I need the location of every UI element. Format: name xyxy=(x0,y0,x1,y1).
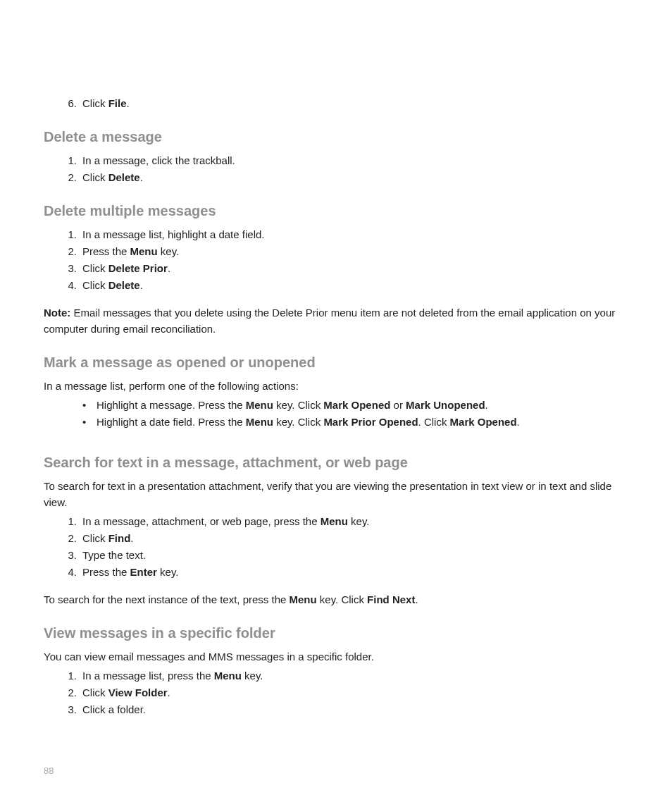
bullet-icon: • xyxy=(82,397,97,414)
bullet-text: Highlight a date field. Press the Menu k… xyxy=(97,414,628,431)
item-text: In a message, click the trackball. xyxy=(82,152,628,169)
list-item: 1. In a message list, highlight a date f… xyxy=(61,226,628,243)
ordered-list: 1. In a message list, highlight a date f… xyxy=(44,226,628,294)
list-item: 1. In a message, click the trackball. xyxy=(61,152,628,169)
intro-text: You can view email messages and MMS mess… xyxy=(44,648,628,665)
intro-text: To search for text in a presentation att… xyxy=(44,478,628,511)
list-item: 3. Type the text. xyxy=(61,547,628,564)
item-text: Click Delete. xyxy=(82,169,628,186)
item-number: 1. xyxy=(61,152,77,169)
section-heading-delete-message: Delete a message xyxy=(44,129,628,145)
section-heading-mark-opened: Mark a message as opened or unopened xyxy=(44,355,628,371)
list-item: 2. Click View Folder. xyxy=(61,684,628,701)
ordered-list: 1. In a message list, press the Menu key… xyxy=(44,667,628,718)
bullet-item: • Highlight a message. Press the Menu ke… xyxy=(82,397,628,414)
intro-text: In a message list, perform one of the fo… xyxy=(44,378,628,394)
bullet-icon: • xyxy=(82,414,97,431)
item-number: 6. xyxy=(61,95,77,112)
section-heading-delete-multiple: Delete multiple messages xyxy=(44,203,628,219)
list-item: 3. Click Delete Prior. xyxy=(61,260,628,277)
note-paragraph: Note: Email messages that you delete usi… xyxy=(44,304,628,338)
bullet-text: Highlight a message. Press the Menu key.… xyxy=(97,397,628,414)
list-item: 2. Press the Menu key. xyxy=(61,243,628,260)
list-item: 2. Click Delete. xyxy=(61,169,628,186)
bullet-item: • Highlight a date field. Press the Menu… xyxy=(82,414,628,431)
item-text: Click File. xyxy=(82,95,628,112)
list-item: 1. In a message list, press the Menu key… xyxy=(61,667,628,684)
section-heading-view-folder: View messages in a specific folder xyxy=(44,625,628,641)
section-heading-search-text: Search for text in a message, attachment… xyxy=(44,455,628,471)
ordered-list: 1. In a message, click the trackball. 2.… xyxy=(44,152,628,186)
page-number: 88 xyxy=(44,765,54,776)
item-number: 2. xyxy=(61,169,77,186)
ordered-list: 6. Click File. xyxy=(44,95,628,112)
document-page: 6. Click File. Delete a message 1. In a … xyxy=(0,0,672,807)
list-item: 1. In a message, attachment, or web page… xyxy=(61,513,628,530)
ordered-list: 1. In a message, attachment, or web page… xyxy=(44,513,628,581)
list-item: 4. Click Delete. xyxy=(61,277,628,294)
outro-text: To search for the next instance of the t… xyxy=(44,591,628,608)
list-item: 4. Press the Enter key. xyxy=(61,564,628,581)
list-item: 6. Click File. xyxy=(61,95,628,112)
list-item: 3. Click a folder. xyxy=(61,701,628,718)
list-item: 2. Click Find. xyxy=(61,530,628,547)
